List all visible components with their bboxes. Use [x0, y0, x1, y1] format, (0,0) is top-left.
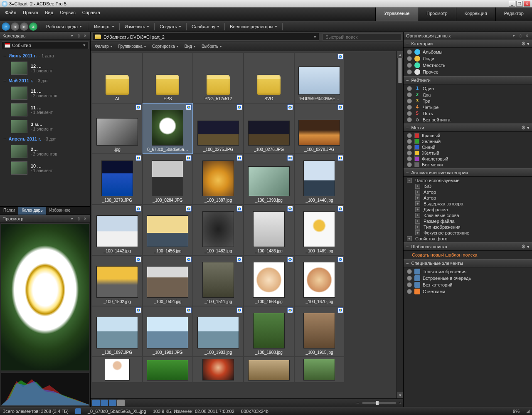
address-bar[interactable]: D:\Записать DVD\3=Clipart_2 ▾ [92, 33, 319, 41]
scroll-up-button[interactable]: ▴ [397, 51, 403, 58]
thumbnail-item[interactable] [295, 357, 345, 382]
create-template-link[interactable]: Создать новый шаблон поиска [404, 251, 532, 259]
zoom-out-icon[interactable]: − [356, 400, 359, 405]
rotate-right-button[interactable] [109, 400, 116, 406]
nav-forward-button[interactable]: ► [20, 22, 28, 31]
mode-tab-1[interactable]: Просмотр [418, 7, 456, 21]
thumbnail-item[interactable]: _100_0276.JPG [244, 104, 294, 153]
thumbnail-item[interactable] [193, 357, 243, 382]
thumbnail-item[interactable] [244, 357, 294, 382]
templates-section-header[interactable]: − Шаблоны поиска ⚙ ▾ [404, 242, 532, 251]
rating-item[interactable]: 3Три [404, 98, 532, 104]
filter-группировка[interactable]: Группировка [116, 43, 149, 49]
auto-tree-item[interactable]: +Свойства фото [404, 236, 532, 242]
section-menu-icon[interactable]: ▾ [527, 125, 530, 131]
thumbnail-item[interactable]: _100_1511.jpg [193, 256, 243, 306]
thumbnail-item[interactable] [92, 357, 142, 382]
special-item[interactable]: Только изображения [404, 268, 532, 275]
category-item[interactable]: Местность [404, 62, 532, 69]
label-item[interactable]: Без метки [404, 162, 532, 168]
auto-tree-item[interactable]: +Автор [404, 189, 532, 195]
workspace-dropdown[interactable]: Рабочая среда [43, 22, 85, 31]
calendar-event-item[interactable]: 12 …· 1 элемент [0, 60, 90, 77]
thumbnail-item[interactable]: SVG [244, 53, 294, 103]
section-menu-icon[interactable]: ▾ [527, 41, 530, 47]
panel-pin-icon[interactable]: ▯ [76, 33, 81, 38]
resize-grip-icon[interactable]: ◢ [526, 408, 530, 414]
panel-pin-icon[interactable]: ▯ [76, 216, 81, 221]
left-tab-2[interactable]: Избранное [46, 207, 74, 215]
calendar-event-item[interactable]: 2…· 2 элементов [0, 143, 90, 160]
auto-tree-item[interactable]: +ISO [404, 183, 532, 189]
thumbnail-item[interactable]: %D0%9F%D0%BE… [295, 53, 345, 103]
thumbnail-item[interactable]: _100_1915.jpg [295, 306, 345, 356]
thumbnail-item[interactable]: _100_1903.jpg [193, 306, 243, 356]
label-item[interactable]: Зелёный [404, 138, 532, 144]
panel-close-icon[interactable]: ✕ [83, 33, 88, 38]
menu-правка[interactable]: Правка [20, 8, 42, 17]
menu-файл[interactable]: Файл [2, 8, 20, 17]
nav-home-button[interactable]: ⌂ [2, 22, 10, 31]
mode-tab-3[interactable]: Редактор [495, 7, 532, 21]
thumbnail-item[interactable]: _100_1456.jpg [143, 205, 193, 255]
thumbnail-item[interactable]: _100_0275.JPG [193, 104, 243, 153]
auto-section-header[interactable]: − Автоматические категории [404, 168, 532, 177]
special-item[interactable]: Без категорий [404, 282, 532, 288]
labels-section-header[interactable]: − Метки ⚙ ▾ [404, 124, 532, 132]
thumbnail-item[interactable]: .jpg [92, 104, 142, 153]
panel-close-icon[interactable]: ✕ [525, 33, 530, 38]
thumbnail-item[interactable]: _100_1668.jpg [244, 256, 294, 306]
rotate-left-button[interactable] [101, 400, 108, 406]
auto-tree-item[interactable]: −Часто используемые [404, 178, 532, 183]
calendar-event-item[interactable]: 11 …· 1 элемент [0, 101, 90, 118]
label-item[interactable]: Жёлтый [404, 150, 532, 156]
scroll-down-button[interactable]: ▾ [397, 392, 403, 398]
filter-выбрать[interactable]: Выбрать [199, 43, 224, 49]
calendar-event-item[interactable]: 3 м…· 1 элемент [0, 118, 90, 135]
scrollbar[interactable]: ▴ ▾ [397, 51, 403, 398]
toolbar-внешние редакторы[interactable]: Внешние редакторы [227, 22, 281, 31]
nav-back-button[interactable]: ◄ [11, 22, 19, 31]
rating-item[interactable]: 1Один [404, 85, 532, 91]
panel-menu-icon[interactable]: ▾ [69, 216, 74, 221]
panel-menu-icon[interactable]: ▾ [511, 33, 516, 38]
filter-сортировка[interactable]: Сортировка [150, 43, 181, 49]
events-dropdown[interactable]: События ▾ [2, 41, 89, 49]
rating-item[interactable]: 4Четыре [404, 104, 532, 110]
gear-icon[interactable]: ⚙ [521, 125, 527, 131]
mode-tab-0[interactable]: Управление [375, 7, 418, 21]
close-button[interactable]: ✕ [524, 1, 530, 7]
panel-close-icon[interactable]: ✕ [83, 216, 88, 221]
label-item[interactable]: Синий [404, 144, 532, 150]
thumbnail-item[interactable] [143, 357, 193, 382]
category-item[interactable]: Прочее [404, 69, 532, 75]
restore-button[interactable]: ❐ [516, 1, 523, 7]
ratings-section-header[interactable]: − Рейтинги [404, 76, 532, 84]
thumbnail-item[interactable]: _100_1504.jpg [143, 256, 193, 306]
toolbar-создать[interactable]: Создать [156, 22, 185, 31]
thumbnail-item[interactable]: _100_1489.jpg [295, 205, 345, 255]
menu-сервис[interactable]: Сервис [57, 8, 79, 17]
panel-menu-icon[interactable]: ▾ [69, 33, 74, 38]
section-menu-icon[interactable]: ▾ [527, 244, 530, 249]
thumbnail-item[interactable]: PNG_512x512 [193, 53, 243, 103]
filter-фильтр[interactable]: Фильтр [92, 43, 115, 49]
thumbnail-item[interactable]: _100_1482.jpg [193, 205, 243, 255]
special-item[interactable]: Встроенные в очередь [404, 275, 532, 282]
thumbnail-item[interactable]: _100_1908.jpg [244, 306, 294, 356]
left-tab-0[interactable]: Папки [0, 207, 18, 215]
thumbnail-item[interactable]: _100_0279.JPG [92, 154, 142, 204]
auto-tree-item[interactable]: +Ключевые слова [404, 212, 532, 218]
thumbnail-item[interactable]: _100_0278.JPG [295, 104, 345, 153]
filter-вид[interactable]: Вид [182, 43, 198, 49]
toolbar-изменить[interactable]: Изменить [121, 22, 153, 31]
auto-tree-item[interactable]: +Автор [404, 195, 532, 201]
category-item[interactable]: Альбомы [404, 49, 532, 55]
categories-section-header[interactable]: − Категории ⚙ ▾ [404, 40, 532, 48]
gear-icon[interactable]: ⚙ [521, 244, 527, 249]
rating-item[interactable]: 2Два [404, 91, 532, 98]
thumbnail-item[interactable]: 0_678c0_5bad5e5a… [143, 104, 193, 153]
toolbar-импорт[interactable]: Импорт [91, 22, 117, 31]
auto-tree-item[interactable]: +Выдержка затвора [404, 201, 532, 207]
quick-search-input[interactable] [323, 33, 401, 41]
